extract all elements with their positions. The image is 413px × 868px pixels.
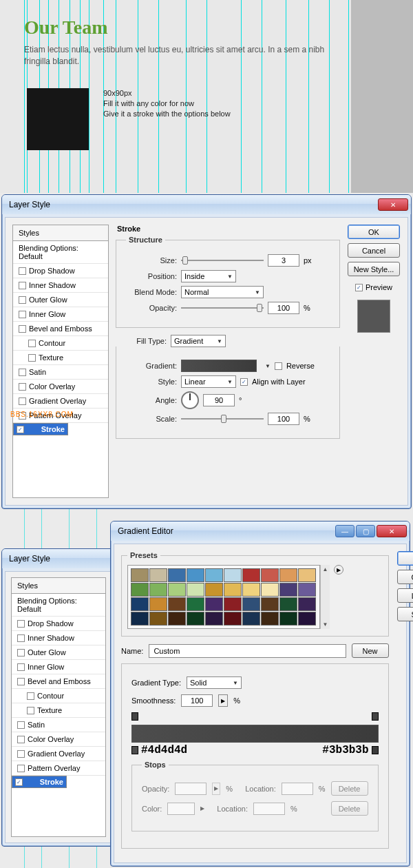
style-bevel[interactable]: Bevel and Emboss — [12, 674, 105, 689]
preset-swatch[interactable] — [205, 597, 223, 611]
preset-swatch[interactable] — [298, 583, 316, 597]
align-checkbox[interactable]: ✓ — [240, 378, 248, 386]
preset-swatch[interactable] — [168, 583, 186, 597]
ok-button[interactable]: OK — [348, 225, 400, 239]
preset-swatch[interactable] — [205, 583, 223, 597]
style-contour[interactable]: Contour — [13, 336, 108, 351]
preset-swatch[interactable] — [149, 612, 167, 626]
up-icon[interactable]: ▲ — [323, 566, 328, 572]
gradient-bar[interactable] — [131, 725, 379, 743]
checkbox[interactable]: ✓ — [17, 426, 24, 433]
preset-swatch[interactable] — [279, 612, 297, 626]
minimize-icon[interactable]: — — [335, 525, 354, 537]
checkbox[interactable] — [19, 311, 26, 318]
new-button[interactable]: New — [352, 643, 389, 658]
gradient-swatch[interactable] — [181, 360, 257, 372]
preset-swatch[interactable] — [224, 597, 242, 611]
style-outerglow[interactable]: Outer Glow — [12, 645, 105, 660]
preset-swatch[interactable] — [279, 597, 297, 611]
preset-swatch[interactable] — [242, 583, 260, 597]
checkbox[interactable] — [19, 282, 26, 289]
checkbox[interactable] — [28, 340, 36, 347]
preset-swatch[interactable] — [242, 612, 260, 626]
scale-slider[interactable] — [181, 413, 264, 425]
preset-swatch[interactable] — [224, 612, 242, 626]
preset-swatch[interactable] — [205, 568, 223, 582]
size-slider[interactable] — [181, 254, 264, 267]
checkbox[interactable] — [19, 383, 26, 391]
close-icon[interactable]: ✕ — [378, 198, 408, 211]
angle-wheel[interactable] — [181, 391, 199, 409]
filltype-select[interactable]: Gradient▼ — [171, 335, 226, 347]
style-texture[interactable]: Texture — [13, 351, 108, 365]
preset-swatch[interactable] — [261, 568, 279, 582]
style-innerglow[interactable]: Inner Glow — [13, 307, 108, 322]
preset-swatch[interactable] — [298, 597, 316, 611]
style-innerglow[interactable]: Inner Glow — [12, 660, 105, 674]
style-innershadow[interactable]: Inner Shadow — [12, 631, 105, 645]
preset-swatch[interactable] — [187, 568, 204, 582]
style-patternoverlay[interactable]: Pattern Overlay — [12, 761, 105, 776]
down-icon[interactable]: ▼ — [323, 621, 328, 628]
checkbox[interactable] — [19, 325, 26, 333]
style-gradientoverlay[interactable]: Gradient Overlay — [12, 747, 105, 761]
size-input[interactable]: 3 — [268, 254, 299, 267]
style-bevel[interactable]: Bevel and Emboss — [13, 322, 108, 336]
stepper-icon[interactable]: ▶ — [218, 694, 228, 707]
titlebar[interactable]: Layer Style ✕ — [2, 195, 411, 214]
checkbox[interactable] — [19, 296, 26, 304]
checkbox[interactable] — [19, 369, 26, 376]
preset-swatch[interactable] — [187, 583, 204, 597]
blending-row[interactable]: Blending Options: Default — [12, 594, 105, 617]
reverse-checkbox[interactable] — [275, 362, 282, 370]
preset-swatch[interactable] — [131, 597, 149, 611]
style-stroke[interactable]: ✓Stroke — [13, 423, 68, 435]
flyout-icon[interactable]: ▶ — [334, 565, 343, 575]
checkbox[interactable] — [28, 354, 36, 362]
style-dropshadow[interactable]: Drop Shadow — [13, 264, 108, 278]
color-stop-right[interactable] — [372, 746, 379, 754]
style-dropshadow[interactable]: Drop Shadow — [12, 617, 105, 631]
style-patternoverlay[interactable]: Pattern Overlay BBS.16XX8.COM — [13, 409, 108, 423]
opacity-input[interactable]: 100 — [268, 302, 299, 314]
opacity-stop-right[interactable] — [372, 712, 379, 721]
opacity-stop-left[interactable] — [131, 712, 138, 721]
style-coloroverlay[interactable]: Color Overlay — [13, 380, 108, 394]
save-button[interactable]: Save... — [397, 607, 413, 621]
preset-swatch[interactable] — [168, 597, 186, 611]
checkbox[interactable] — [19, 397, 26, 405]
preset-swatch[interactable] — [261, 597, 279, 611]
angle-input[interactable]: 90 — [203, 394, 235, 406]
checkbox[interactable] — [19, 267, 26, 275]
style-contour[interactable]: Contour — [12, 689, 105, 703]
preset-swatch[interactable] — [261, 583, 279, 597]
preset-swatch[interactable] — [279, 568, 297, 582]
smooth-input[interactable]: 100 — [181, 694, 213, 707]
preset-swatch[interactable] — [298, 568, 316, 582]
cancel-button[interactable]: Cancel — [348, 243, 400, 258]
titlebar[interactable]: Gradient Editor — ▢ ✕ — [111, 521, 410, 541]
preset-swatch[interactable] — [224, 583, 242, 597]
name-input[interactable]: Custom — [149, 644, 346, 658]
cancel-button[interactable]: Cancel — [397, 570, 413, 584]
style-coloroverlay[interactable]: Color Overlay — [12, 732, 105, 747]
preset-swatch[interactable] — [224, 568, 242, 582]
preset-swatch[interactable] — [168, 568, 186, 582]
style-satin[interactable]: Satin — [13, 365, 108, 380]
preset-swatch[interactable] — [261, 612, 279, 626]
preset-swatch[interactable] — [187, 612, 204, 626]
style-outerglow[interactable]: Outer Glow — [13, 293, 108, 307]
preset-swatch[interactable] — [131, 583, 149, 597]
preset-swatch[interactable] — [168, 612, 186, 626]
style-satin[interactable]: Satin — [12, 718, 105, 732]
preset-swatch[interactable] — [205, 612, 223, 626]
preset-swatch[interactable] — [131, 612, 149, 626]
color-stop-left[interactable] — [131, 746, 138, 754]
gradstyle-select[interactable]: Linear▼ — [181, 375, 236, 388]
preset-swatch[interactable] — [242, 597, 260, 611]
preset-swatch[interactable] — [187, 597, 204, 611]
styles-header[interactable]: Styles — [13, 225, 108, 241]
styles-header[interactable]: Styles — [12, 578, 105, 594]
preset-swatch[interactable] — [298, 612, 316, 626]
blend-select[interactable]: Normal▼ — [181, 286, 264, 298]
